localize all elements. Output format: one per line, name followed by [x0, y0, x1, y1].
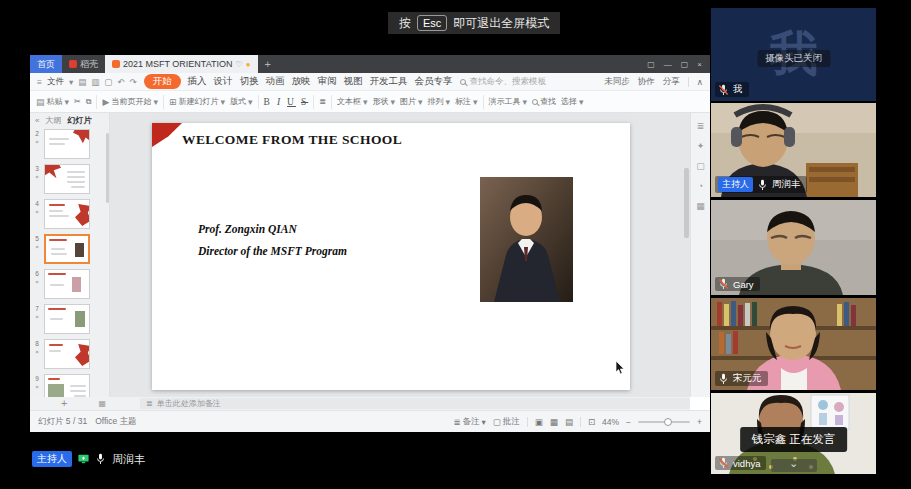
ribbon-tab-animation[interactable]: 动画 [266, 75, 285, 88]
participant-tile-gary[interactable]: Gary [711, 200, 876, 295]
view-sorter-icon[interactable]: ▦ [550, 417, 558, 427]
minimize-button[interactable]: — [664, 60, 672, 69]
slide-thumb-4[interactable]: 4✦ [44, 199, 105, 229]
collapse-ribbon-icon[interactable]: ∧ [697, 77, 703, 87]
restore-button[interactable]: ▢ [681, 60, 689, 69]
share-button[interactable]: 分享 [663, 76, 680, 88]
notes-icon: ≣ [146, 399, 153, 408]
slide-sorter-icon[interactable]: ▦ [98, 399, 110, 408]
picture-button[interactable]: 图片▾ [400, 96, 423, 107]
new-slide-icon: ⊞ [169, 97, 177, 107]
media-tool-icon[interactable]: ▦ [696, 201, 705, 211]
theme-name[interactable]: Office 主题 [95, 416, 136, 428]
zoom-level[interactable]: 44% [602, 417, 619, 427]
star-tool-icon[interactable]: ✦ [697, 141, 705, 151]
select-button[interactable]: 选择▾ [561, 96, 584, 107]
participant-tile-vidhya[interactable]: 钱宗鑫 正在发言 vidhya ⌄ [711, 393, 876, 474]
participant-tile-me[interactable]: 我 摄像头已关闭 我 [711, 8, 876, 101]
paste-button[interactable]: ▤粘贴▾ [36, 96, 69, 107]
bullet-list-icon[interactable]: ≣ [319, 97, 326, 106]
print-icon[interactable]: ▥ [91, 77, 99, 87]
new-slide-button[interactable]: ⊞新建幻灯片▾ [169, 96, 225, 107]
notes-toggle[interactable]: ≣备注▾ [453, 416, 485, 428]
divider [688, 77, 689, 87]
copy-icon[interactable]: ⧉ [86, 97, 92, 107]
new-tab-button[interactable]: + [258, 55, 278, 73]
undo-icon[interactable]: ↶ [117, 77, 124, 87]
ribbon-tab-devtools[interactable]: 开发工具 [370, 75, 408, 88]
speaker-portrait-photo[interactable] [480, 177, 573, 302]
tab-outline[interactable]: 大纲 [45, 115, 61, 126]
zoom-in-button[interactable]: + [697, 417, 702, 427]
text-box-button[interactable]: 文本框▾ [337, 96, 368, 107]
participant-tile-song[interactable]: 宋元元 [711, 298, 876, 390]
strikethrough-button[interactable]: S [301, 97, 308, 107]
preview-icon[interactable]: ▢ [104, 77, 112, 87]
ribbon-tab-design[interactable]: 设计 [214, 75, 233, 88]
view-normal-icon[interactable]: ▣ [535, 417, 543, 427]
slide-thumb-9[interactable]: 9✦ [44, 374, 105, 397]
view-read-icon[interactable]: ▤ [565, 417, 573, 427]
fit-window-icon[interactable]: ⊡ [588, 417, 595, 427]
window-mode-icon[interactable]: ▢ [647, 60, 655, 69]
box-tool-icon[interactable]: ▢ [696, 161, 705, 171]
collapse-panel-icon[interactable]: « [35, 116, 39, 125]
italic-button[interactable]: I [277, 97, 282, 107]
mic-muted-icon [718, 84, 729, 96]
slide-thumb-3[interactable]: 3✦ [44, 164, 105, 194]
sync-status[interactable]: 未同步 [604, 76, 630, 88]
tab-home[interactable]: 首页 [30, 55, 62, 73]
callout-button[interactable]: 标注▾ [455, 96, 478, 107]
zoom-slider-knob[interactable] [664, 418, 672, 426]
underline-button[interactable]: U [287, 97, 296, 107]
save-icon[interactable]: ▤ [78, 77, 86, 87]
tab-docer[interactable]: 稻壳 [62, 55, 105, 73]
comments-toggle[interactable]: ▢批注 [493, 416, 520, 428]
slide-title[interactable]: WELCOME FROM THE SCHOOL [182, 132, 402, 148]
cut-icon[interactable]: ✂ [74, 97, 81, 106]
layout-button[interactable]: 版式▾ [230, 96, 253, 107]
present-tools-button[interactable]: 演示工具▾ [489, 96, 528, 107]
ribbon-tab-review[interactable]: 审阅 [318, 75, 337, 88]
editor-scrollbar[interactable] [684, 168, 689, 238]
collaborate-button[interactable]: 协作 [638, 76, 655, 88]
zoom-out-button[interactable]: − [626, 417, 631, 427]
hamburger-icon[interactable]: ≡ [37, 77, 42, 87]
add-slide-button[interactable]: + [30, 398, 98, 409]
slide-thumb-5-selected[interactable]: 5✦ [44, 234, 105, 264]
close-button[interactable]: × [697, 60, 702, 69]
meeting-fullscreen: 按 Esc 即可退出全屏模式 首页 稻壳 2021 MSFT ORIENTATI… [0, 0, 911, 489]
ribbon-tab-member[interactable]: 会员专享 [415, 75, 453, 88]
zoom-slider[interactable] [638, 421, 690, 423]
slide-thumb-2[interactable]: 2✦ [44, 129, 105, 159]
panel-scrollbar[interactable] [106, 133, 109, 203]
slide-thumb-8[interactable]: 8✦ [44, 339, 105, 369]
slide-thumb-7[interactable]: 7✦ [44, 304, 105, 334]
slide-canvas[interactable]: WELCOME FROM THE SCHOOL Prof. Zongxin QI… [152, 123, 630, 390]
find-button[interactable]: 查找 [532, 96, 556, 107]
file-dropdown-icon[interactable]: ▾ [69, 77, 73, 87]
file-menu[interactable]: 文件 [47, 76, 64, 88]
slide-body-text[interactable]: Prof. Zongxin QIAN Director of the MSFT … [198, 218, 347, 262]
participant-tile-host[interactable]: 主持人 周润丰 [711, 103, 876, 197]
command-search[interactable]: 查找命令、搜索模板 [460, 76, 547, 88]
outline-tool-icon[interactable]: ≣ [697, 121, 705, 131]
ribbon-tab-transition[interactable]: 切换 [240, 75, 259, 88]
ribbon-tab-slideshow[interactable]: 放映 [292, 75, 311, 88]
collapse-tiles-button[interactable]: ⌄ [771, 459, 817, 472]
shapes-button[interactable]: 形状▾ [372, 96, 395, 107]
tab-document[interactable]: 2021 MSFT ORIENTATION ♡ ● [105, 55, 258, 73]
history-tool-icon[interactable]: ◔ [698, 181, 703, 191]
ribbon-tab-home[interactable]: 开始 [144, 74, 181, 89]
ribbon-tab-insert[interactable]: 插入 [188, 75, 207, 88]
speaking-toast: 钱宗鑫 正在发言 [740, 427, 848, 452]
bold-button[interactable]: B [264, 97, 272, 107]
redo-icon[interactable]: ↷ [129, 77, 136, 87]
play-from-current-button[interactable]: ▶当前页开始▾ [102, 96, 157, 107]
arrange-button[interactable]: 排列▾ [428, 96, 451, 107]
slide-thumb-6[interactable]: 6✦ [44, 269, 105, 299]
ribbon-tab-view[interactable]: 视图 [344, 75, 363, 88]
tab-slides[interactable]: 幻灯片 [67, 115, 91, 126]
notes-input[interactable]: ≣ 单击此处添加备注 [140, 398, 690, 409]
favorite-icon[interactable]: ♡ [236, 60, 243, 69]
